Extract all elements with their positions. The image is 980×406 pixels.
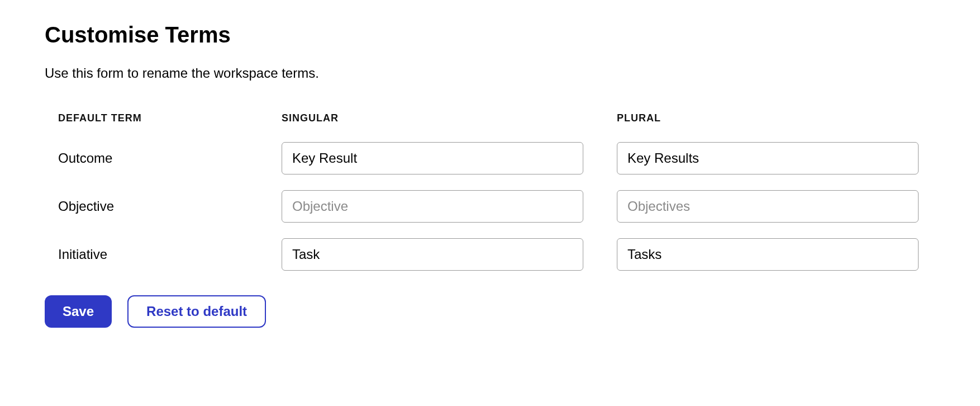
page-description: Use this form to rename the workspace te…: [45, 65, 935, 81]
header-plural: PLURAL: [617, 112, 919, 124]
objective-plural-input[interactable]: [617, 190, 919, 223]
form-actions: Save Reset to default: [45, 295, 935, 328]
term-label-outcome: Outcome: [58, 142, 248, 174]
objective-singular-input[interactable]: [282, 190, 583, 223]
term-label-initiative: Initiative: [58, 238, 248, 271]
reset-button[interactable]: Reset to default: [127, 295, 266, 328]
initiative-singular-input[interactable]: [282, 238, 583, 271]
outcome-singular-input[interactable]: [282, 142, 583, 174]
term-label-objective: Objective: [58, 190, 248, 223]
save-button[interactable]: Save: [45, 295, 112, 328]
initiative-plural-input[interactable]: [617, 238, 919, 271]
header-default-term: DEFAULT TERM: [58, 112, 248, 124]
header-singular: SINGULAR: [282, 112, 583, 124]
terms-form-table: DEFAULT TERM SINGULAR PLURAL Outcome Obj…: [45, 112, 935, 286]
page-title: Customise Terms: [45, 22, 935, 48]
outcome-plural-input[interactable]: [617, 142, 919, 174]
